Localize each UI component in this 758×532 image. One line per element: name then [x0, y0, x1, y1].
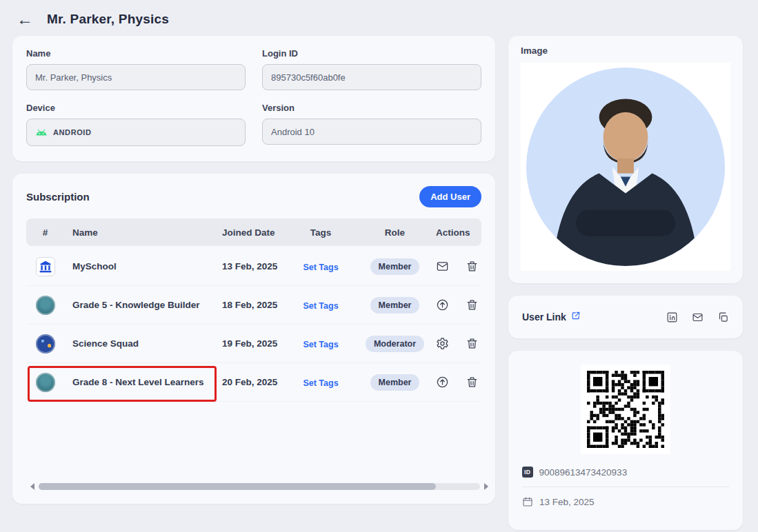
back-arrow-icon: ← [17, 10, 33, 28]
role-badge: Member [370, 258, 420, 275]
science-badge [36, 334, 55, 354]
subscription-title: Subscription [26, 191, 90, 203]
column-header-name: Name [64, 227, 209, 238]
qr-code [581, 365, 670, 454]
grade-badge [36, 296, 55, 315]
envelope-icon[interactable] [436, 260, 449, 273]
profile-card: Name Login ID Device [12, 36, 495, 161]
trash-icon[interactable] [466, 298, 479, 311]
page-title: Mr. Parker, Physics [47, 12, 169, 27]
set-tags-link[interactable]: Set Tags [303, 263, 338, 272]
set-tags-link[interactable]: Set Tags [303, 301, 338, 311]
subscription-card: Subscription Add User # Name Joined Date… [12, 174, 495, 504]
scrollbar-thumb[interactable] [39, 483, 436, 490]
version-input[interactable] [262, 119, 481, 145]
linkedin-icon[interactable] [666, 311, 678, 323]
image-card: Image [508, 36, 743, 283]
mail-icon[interactable] [692, 311, 704, 323]
name-field-group: Name [26, 48, 246, 90]
user-id-value: 90089613473420933 [539, 467, 628, 478]
role-badge: Moderator [366, 336, 424, 352]
upload-circle-icon[interactable] [436, 298, 449, 311]
role-badge: Member [370, 374, 420, 391]
column-header-num: # [26, 227, 64, 238]
name-input[interactable] [26, 64, 246, 90]
user-link-title: User Link [522, 311, 566, 323]
device-value: ANDROID [53, 128, 92, 136]
table-row[interactable]: Science Squad 19 Feb, 2025 Set Tags Mode… [26, 325, 481, 363]
device-label: Device [26, 103, 246, 113]
column-header-actions: Actions [435, 227, 481, 238]
set-tags-link[interactable]: Set Tags [303, 340, 338, 349]
login-id-field-group: Login ID [262, 48, 481, 90]
calendar-icon [522, 496, 533, 507]
column-header-joined: Joined Date [209, 227, 286, 238]
row-name: Science Squad [64, 338, 209, 349]
android-icon [35, 127, 48, 137]
upload-circle-icon[interactable] [436, 376, 449, 389]
copy-icon[interactable] [717, 311, 729, 323]
row-name: MySchool [64, 261, 209, 272]
table-row[interactable]: Grade 5 - Knowledge Builder 18 Feb, 2025… [26, 286, 481, 325]
id-badge-icon: ID [522, 467, 533, 478]
trash-icon[interactable] [466, 376, 479, 389]
set-tags-link[interactable]: Set Tags [303, 378, 338, 388]
add-user-button[interactable]: Add User [419, 186, 481, 207]
avatar-photo [526, 68, 725, 266]
user-link-card: User Link [508, 296, 743, 338]
trash-icon[interactable] [466, 260, 479, 273]
row-joined-date: 19 Feb, 2025 [209, 338, 286, 349]
scrollbar-track[interactable] [39, 483, 480, 490]
version-label: Version [262, 103, 481, 113]
scroll-right-arrow[interactable] [484, 483, 488, 490]
back-button[interactable]: ← [14, 10, 36, 29]
trash-icon[interactable] [466, 337, 479, 350]
row-name: Grade 8 - Next Level Learners [64, 377, 209, 387]
row-joined-date: 18 Feb, 2025 [209, 300, 286, 310]
joined-date-value: 13 Feb, 2025 [539, 497, 595, 507]
row-joined-date: 20 Feb, 2025 [209, 377, 286, 387]
grade-badge [36, 373, 55, 392]
table-header: # Name Joined Date Tags Role Actions [26, 218, 481, 246]
gear-icon[interactable] [436, 337, 449, 350]
user-id-row: ID 90089613473420933 [522, 467, 729, 478]
joined-date-row: 13 Feb, 2025 [522, 487, 729, 507]
table-row[interactable]: MySchool 13 Feb, 2025 Set Tags Member [26, 247, 481, 286]
horizontal-scrollbar [30, 483, 488, 490]
column-header-tags: Tags [286, 227, 355, 238]
version-field-group: Version [262, 103, 481, 146]
external-link-icon[interactable] [571, 311, 581, 323]
column-header-role: Role [355, 227, 435, 238]
profile-photo [526, 68, 725, 266]
name-label: Name [26, 48, 246, 59]
device-value-box: ANDROID [26, 119, 246, 146]
image-card-title: Image [521, 45, 730, 56]
page-header: ← Mr. Parker, Physics [0, 0, 758, 34]
device-field-group: Device ANDROID [26, 103, 246, 146]
login-id-input[interactable] [262, 64, 481, 90]
profile-photo-frame [521, 63, 730, 271]
row-joined-date: 13 Feb, 2025 [209, 261, 286, 272]
table-body: MySchool 13 Feb, 2025 Set Tags Member Gr… [26, 247, 481, 402]
qr-card: ID 90089613473420933 13 Feb, 2025 [508, 351, 743, 530]
login-id-label: Login ID [262, 48, 481, 59]
role-badge: Member [370, 297, 420, 314]
table-row[interactable]: Grade 8 - Next Level Learners 20 Feb, 20… [26, 363, 481, 402]
myschool-logo [36, 257, 55, 276]
row-name: Grade 5 - Knowledge Builder [64, 300, 209, 310]
scroll-left-arrow[interactable] [30, 483, 34, 490]
